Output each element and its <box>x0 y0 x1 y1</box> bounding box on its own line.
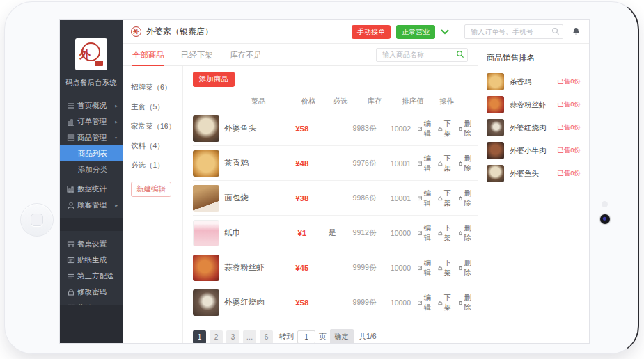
edit-button[interactable]: 编辑 <box>418 223 433 243</box>
offshelf-icon <box>438 195 443 202</box>
category-signature[interactable]: 招牌菜（6） <box>131 77 182 97</box>
table-row: 面包烧 ¥38 9986份 10001 编辑 下架 删除 <box>193 180 478 215</box>
new-category-button[interactable]: 新建编辑 <box>131 182 171 197</box>
chevron-right-icon: ▶ <box>115 104 118 108</box>
delete-icon <box>458 299 463 306</box>
page-button-2[interactable]: 2 <box>210 330 223 344</box>
sidebar-item-tables[interactable]: 餐桌设置 <box>60 236 123 252</box>
dish-price: ¥1 <box>285 229 319 237</box>
dish-name: 纸巾 <box>224 228 285 238</box>
ranking-dish-name: 外婆红烧肉 <box>510 123 547 133</box>
delete-button[interactable]: 删除 <box>458 119 473 138</box>
page-button-3[interactable]: 3 <box>226 330 239 344</box>
delete-button[interactable]: 删除 <box>458 154 473 173</box>
offshelf-button[interactable]: 下架 <box>438 189 453 208</box>
dish-price: ¥58 <box>285 298 319 307</box>
manual-order-button[interactable]: 手动接单 <box>352 25 391 39</box>
dish-required: 是 <box>319 228 345 238</box>
ranking-dish-name: 茶香鸡 <box>510 77 532 87</box>
dish-stock: 9986份 <box>345 193 384 203</box>
sidebar-item-add-category[interactable]: 添加分类 <box>60 161 123 177</box>
chevron-down-icon[interactable] <box>441 29 449 35</box>
goto-confirm-button[interactable]: 确定 <box>330 329 354 343</box>
tab-low-stock[interactable]: 库存不足 <box>230 44 262 66</box>
offshelf-icon <box>438 230 443 237</box>
category-panel: 招牌菜（6） 主食（5） 家常菜（16） 饮料（4） 必选（1） 新建编辑 <box>123 66 183 343</box>
sidebar-item-stats[interactable]: 数据统计 <box>60 181 123 197</box>
offshelf-button[interactable]: 下架 <box>438 223 453 243</box>
logo-stamp <box>95 61 103 66</box>
offshelf-button[interactable]: 下架 <box>438 258 453 278</box>
product-search-input[interactable] <box>376 48 468 62</box>
table-row: 外婆红烧肉 ¥58 9999份 10000 编辑 下架 删除 <box>193 285 478 319</box>
sidebar-item-password[interactable]: 修改密码 <box>60 284 123 300</box>
sidebar-item-home[interactable]: 首页概况 ▶ <box>60 97 123 113</box>
goto-label: 转到 <box>279 332 294 342</box>
sidebar-item-delivery[interactable]: 第三方配送 <box>60 268 123 284</box>
home-button[interactable] <box>20 203 54 237</box>
app-screen: 外 码点餐后台系统 首页概况 ▶ 订单管理 ▶ 商品管理 ▼ <box>60 20 589 343</box>
sidebar-item-orders[interactable]: 订单管理 ▶ <box>60 113 123 129</box>
stats-icon <box>67 185 77 193</box>
sidebar-item-products[interactable]: 商品管理 ▼ <box>60 129 123 145</box>
sidebar-item-sticker[interactable]: 贴纸生成 <box>60 252 123 268</box>
order-search-input[interactable] <box>464 24 563 39</box>
delivery-icon <box>67 272 77 280</box>
delete-button[interactable]: 删除 <box>458 223 473 243</box>
sidebar-item-product-list[interactable]: 商品列表 <box>60 145 123 161</box>
page-button-1[interactable]: 1 <box>193 330 206 344</box>
sidebar-divider <box>60 218 123 231</box>
home-button-square <box>31 214 43 226</box>
header-required: 必选 <box>327 97 354 106</box>
delete-button[interactable]: 删除 <box>458 258 473 278</box>
edit-button[interactable]: 编辑 <box>418 293 433 312</box>
dish-photo <box>193 255 219 281</box>
category-staple[interactable]: 主食（5） <box>131 97 182 116</box>
dish-name: 面包烧 <box>224 193 285 203</box>
dish-photo <box>487 165 504 182</box>
table-row: 蒜蓉粉丝虾 ¥45 9999份 10000 编辑 下架 删除 <box>193 250 478 285</box>
brand-logo: 外 <box>75 38 107 70</box>
edit-button[interactable]: 编辑 <box>418 258 433 278</box>
category-homestyle[interactable]: 家常菜（16） <box>131 116 182 136</box>
sidebar-item-label: 修改密码 <box>77 287 107 297</box>
sidebar-menu-secondary: 餐桌设置 贴纸生成 第三方配送 修改密码 营销管理 ▶ <box>60 236 123 316</box>
table-header: 菜品 价格 必选 库存 排序值 操作 <box>193 93 478 111</box>
edit-button[interactable]: 编辑 <box>418 189 433 208</box>
ranking-dish-name: 外婆小牛肉 <box>510 146 547 156</box>
goto-page-input[interactable] <box>297 330 315 344</box>
dish-price: ¥48 <box>285 159 319 168</box>
tab-off-shelf[interactable]: 已经下架 <box>181 44 213 66</box>
dish-photo <box>487 119 504 136</box>
ranking-dish-name: 蒜蓉粉丝虾 <box>510 100 547 110</box>
light-sensor-dot <box>602 201 608 207</box>
offshelf-button[interactable]: 下架 <box>438 293 453 312</box>
business-status-button[interactable]: 正常营业 <box>396 25 435 39</box>
sidebar-item-label: 第三方配送 <box>77 271 114 281</box>
edit-button[interactable]: 编辑 <box>418 119 433 138</box>
sidebar-item-label: 贴纸生成 <box>77 255 107 265</box>
category-required[interactable]: 必选（1） <box>131 155 182 175</box>
offshelf-icon <box>438 264 443 271</box>
edit-icon <box>418 195 423 202</box>
offshelf-button[interactable]: 下架 <box>438 119 453 138</box>
delete-button[interactable]: 删除 <box>458 189 473 208</box>
header-sort: 排序值 <box>395 97 431 106</box>
category-drinks[interactable]: 饮料（4） <box>131 136 182 155</box>
delete-icon <box>458 125 463 132</box>
tab-all-products[interactable]: 全部商品 <box>132 44 164 66</box>
list-item: 茶香鸡 已售0份 <box>487 70 581 93</box>
add-product-button[interactable]: 添加商品 <box>193 72 235 87</box>
dish-sort: 10002 <box>384 125 418 133</box>
tables-icon <box>67 240 77 248</box>
page-button-6[interactable]: 6 <box>260 330 273 344</box>
pagination: 1 2 3 … 6 转到 页 确定 共1/6 <box>193 329 478 343</box>
sales-ranking-panel: 商品销售排名 茶香鸡 已售0份 蒜蓉粉丝虾 已售0份 外婆红烧肉 已售0份 外婆… <box>478 44 589 343</box>
sidebar-item-customers[interactable]: 顾客管理 ▶ <box>60 197 123 213</box>
offshelf-button[interactable]: 下架 <box>438 154 453 173</box>
chevron-down-icon: ▼ <box>114 136 118 140</box>
edit-button[interactable]: 编辑 <box>418 154 433 173</box>
delete-button[interactable]: 删除 <box>458 293 473 312</box>
bell-icon[interactable] <box>572 27 581 37</box>
sidebar: 外 码点餐后台系统 首页概况 ▶ 订单管理 ▶ 商品管理 ▼ <box>60 20 123 343</box>
